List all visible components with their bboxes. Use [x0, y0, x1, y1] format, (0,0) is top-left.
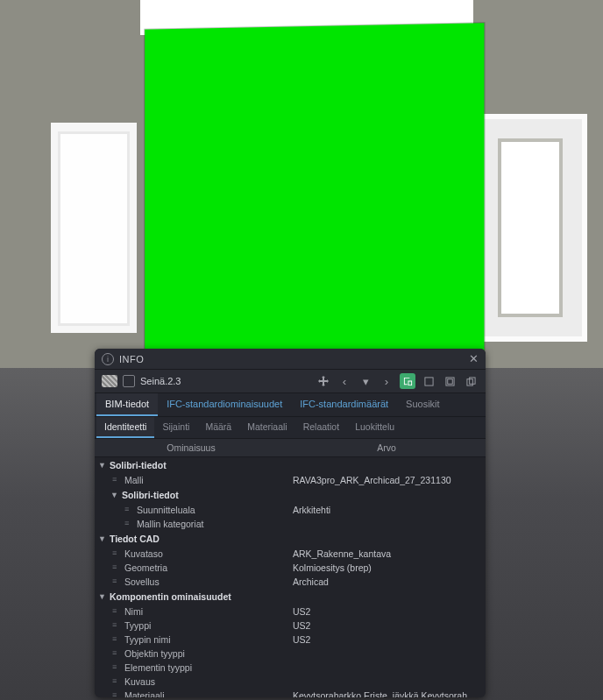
table-row[interactable]: TyyppiUS2	[95, 619, 486, 633]
group-header[interactable]: ▼ Solibri-tiedot	[95, 457, 486, 473]
prop-value	[287, 647, 486, 661]
header-property: Ominaisuus	[95, 439, 287, 456]
chevron-down-icon[interactable]: ▼	[98, 592, 106, 601]
table-row[interactable]: NimiUS2	[95, 605, 486, 619]
prop-key: Tyypin nimi	[95, 633, 287, 647]
door-left	[51, 123, 137, 333]
table-header: Ominaisuus Arvo	[95, 439, 486, 457]
box-tool-2-button[interactable]	[442, 373, 458, 389]
box-tool-3-button[interactable]	[463, 373, 479, 389]
table-row[interactable]: Tyypin nimiUS2	[95, 633, 486, 647]
svg-rect-0	[424, 377, 432, 385]
chevron-down-icon[interactable]: ▼	[98, 461, 106, 470]
prop-value: Kevytsoraharkko,Eriste, jäykkä,Kevytsora…	[287, 689, 486, 697]
prop-key: Kuvataso	[95, 547, 287, 561]
table-row[interactable]: Elementin tyyppi	[95, 661, 486, 675]
table-row[interactable]: SovellusArchicad	[95, 575, 486, 589]
prop-value: Archicad	[287, 575, 486, 589]
prop-key: Geometria	[95, 561, 287, 575]
prop-key: Kuvaus	[95, 675, 287, 689]
panel-titlebar: i INFO ✕	[95, 349, 486, 370]
prop-key: Mallin kategoriat	[95, 517, 287, 531]
prop-value: US2	[287, 619, 486, 633]
prop-key: Objektin tyyppi	[95, 647, 287, 661]
prop-value: US2	[287, 605, 486, 619]
tab-suosikit[interactable]: Suosikit	[397, 393, 449, 416]
panel-title: INFO	[119, 354, 144, 364]
tab-bim-tiedot[interactable]: BIM-tiedot	[96, 393, 158, 416]
svg-rect-2	[447, 378, 452, 384]
table-row[interactable]: Malli RAVA3pro_ARK_Archicad_27_231130	[95, 473, 486, 487]
element-icon	[123, 375, 135, 387]
prop-key: Sovellus	[95, 575, 287, 589]
tab-ifc-maarat[interactable]: IFC-standardimäärät	[291, 393, 397, 416]
table-row[interactable]: Suunnitteluala Arkkitehti	[95, 503, 486, 517]
selected-wall[interactable]	[145, 23, 484, 358]
box-tool-1-button[interactable]	[421, 373, 436, 389]
prop-key: Malli	[95, 473, 287, 487]
group-header[interactable]: ▼ Tiedot CAD	[95, 531, 486, 547]
table-row[interactable]: Kuvaus	[95, 675, 486, 689]
panel-toolbar: Seinä.2.3 ‹ ▾ ›	[95, 370, 486, 393]
nav-next-button[interactable]: ›	[379, 373, 394, 389]
table-row[interactable]: Objektin tyyppi	[95, 647, 486, 661]
prop-key: Tyyppi	[95, 619, 287, 633]
nav-prev-button[interactable]: ‹	[337, 373, 352, 389]
prop-value: ARK_Rakenne_kantava	[287, 547, 486, 561]
prop-key: Suunnitteluala	[95, 503, 287, 517]
primary-tabs: BIM-tiedot IFC-standardiominaisuudet IFC…	[95, 393, 486, 417]
subtab-sijainti[interactable]: Sijainti	[154, 417, 197, 438]
prop-value	[287, 661, 486, 675]
table-row[interactable]: KuvatasoARK_Rakenne_kantava	[95, 547, 486, 561]
info-panel: i INFO ✕ Seinä.2.3 ‹ ▾ › BIM-tiedot IFC-…	[95, 349, 486, 697]
group-header[interactable]: ▼ Solibri-tiedot	[95, 487, 486, 503]
prop-value: RAVA3pro_ARK_Archicad_27_231130	[287, 473, 486, 487]
chevron-down-icon[interactable]: ▼	[110, 491, 118, 499]
subtab-relaatiot[interactable]: Relaatiot	[295, 417, 347, 438]
tab-ifc-ominaisuudet[interactable]: IFC-standardiominaisuudet	[158, 393, 291, 416]
move-tool-button[interactable]	[316, 373, 331, 389]
highlight-toggle-button[interactable]	[400, 373, 415, 389]
prop-value	[287, 675, 486, 689]
info-icon: i	[102, 353, 114, 365]
prop-value: US2	[287, 633, 486, 647]
header-value: Arvo	[287, 439, 486, 456]
table-row[interactable]: MateriaaliKevytsoraharkko,Eriste, jäykkä…	[95, 689, 486, 697]
chevron-down-icon[interactable]: ▼	[98, 534, 106, 543]
prop-value	[287, 517, 486, 531]
table-row[interactable]: Mallin kategoriat	[95, 517, 486, 531]
breadcrumb[interactable]: Seinä.2.3	[140, 376, 181, 386]
subtab-maara[interactable]: Määrä	[197, 417, 239, 438]
prop-key: Nimi	[95, 605, 287, 619]
close-button[interactable]: ✕	[469, 352, 479, 365]
prop-value: Kolmioesitys (brep)	[287, 561, 486, 575]
prop-key: Elementin tyyppi	[95, 661, 287, 675]
subtab-materiaali[interactable]: Materiaali	[239, 417, 295, 438]
prop-value: Arkkitehti	[287, 503, 486, 517]
subtab-identiteetti[interactable]: Identiteetti	[96, 417, 154, 438]
nav-menu-button[interactable]: ▾	[358, 373, 373, 389]
properties-table[interactable]: ▼ Solibri-tiedot Malli RAVA3pro_ARK_Arch…	[95, 457, 486, 697]
material-swatch-icon	[102, 375, 117, 387]
group-header[interactable]: ▼ Komponentin ominaisuudet	[95, 589, 486, 605]
subtab-luokittelu[interactable]: Luokittelu	[347, 417, 402, 438]
prop-key: Materiaali	[95, 689, 287, 697]
door-right	[473, 114, 587, 342]
secondary-tabs: Identiteetti Sijainti Määrä Materiaali R…	[95, 417, 486, 439]
table-row[interactable]: GeometriaKolmioesitys (brep)	[95, 561, 486, 575]
